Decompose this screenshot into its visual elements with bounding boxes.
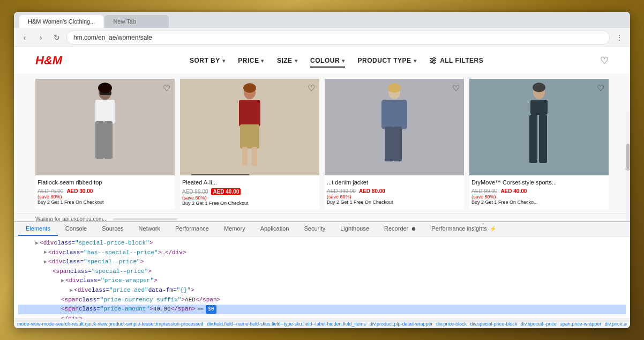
all-filters-button[interactable]: ALL FILTERS [424, 54, 489, 68]
url-bar[interactable]: hm.com/en_ae/women/sale [66, 31, 610, 45]
website-area: H&M SORT BY ▾ PRICE ▾ SIZE ▾ C [14, 47, 630, 221]
back-button[interactable]: ‹ [18, 31, 31, 44]
product-3-buy: Buy 2 Get 1 Free On Checkout [327, 199, 462, 205]
product-3-info: ...t denim jacket AED 399.00 AED 80.00 (… [325, 175, 464, 208]
extensions-button[interactable]: ⋮ [613, 31, 626, 44]
status-bar: Waiting for api.exponea.com... [14, 213, 630, 221]
svg-rect-27 [539, 115, 547, 163]
svg-rect-17 [252, 147, 257, 166]
wishlist-heart-button[interactable]: ♡ [600, 55, 609, 66]
breadcrumb-3[interactable]: div.product.plp-detail-wrapper [370, 321, 433, 327]
size-button[interactable]: SIZE ▾ [272, 54, 303, 68]
devtools-tab-recorder[interactable]: Recorder ⏺ [377, 222, 424, 236]
tab-label-2: New Tab [113, 18, 136, 25]
expand-arrow-3[interactable]: ▶ [44, 258, 47, 267]
product-1-wishlist-button[interactable]: ♡ [163, 83, 170, 93]
product-2-price-row: AED 99.00 AED 40.00 [182, 188, 317, 195]
devtools-tab-console[interactable]: Console [58, 222, 94, 236]
breadcrumb-path: mode-view-mode-search-result.quick-view.… [17, 321, 627, 327]
active-tab[interactable]: H&M Women's Clothing... [19, 15, 103, 28]
devtools-tab-performance[interactable]: Performance [168, 222, 216, 236]
browser-window: H&M Women's Clothing... New Tab ‹ › ↻ hm… [14, 12, 630, 328]
breadcrumb-2[interactable]: div.field.field--name-field-skus.field--… [207, 321, 366, 327]
expand-arrow-6[interactable]: ▶ [70, 286, 73, 295]
svg-point-5 [433, 62, 435, 64]
svg-point-13 [243, 83, 256, 93]
product-figure-3 [373, 80, 416, 174]
svg-point-24 [533, 83, 545, 92]
product-2-info: Pleated A-li... AED 99.00 AED 40.00 (sav… [180, 175, 319, 209]
product-3-save: (save 60%) [327, 194, 462, 199]
svg-rect-16 [242, 147, 248, 166]
expand-arrow-2[interactable]: ▶ [44, 248, 47, 257]
product-card-2[interactable]: div.price.aed 66.75 × 19 ♡ Pleated A-li.… [180, 79, 319, 209]
expand-arrow-5[interactable]: ▶ [61, 277, 64, 285]
product-3-wishlist-button[interactable]: ♡ [452, 83, 460, 93]
browser-content: H&M SORT BY ▾ PRICE ▾ SIZE ▾ C [14, 47, 630, 328]
breadcrumb-7[interactable]: span.price-wrapper [560, 321, 601, 327]
product-4-original-price: AED 99.00 [471, 188, 497, 194]
colour-button[interactable]: COLOUR ▾ [305, 54, 350, 68]
devtools-tab-network[interactable]: Network [131, 222, 168, 236]
product-1-info: Flatlock-seam ribbed top AED 75.00 AED 3… [35, 175, 175, 208]
svg-rect-20 [381, 100, 407, 129]
code-line-8-selected[interactable]: <span class= "price-amount" > 40.00 </sp… [18, 305, 626, 314]
devtools-tab-sources[interactable]: Sources [94, 222, 131, 236]
svg-point-3 [433, 57, 435, 60]
dollar-zero-badge: $0 [206, 305, 216, 314]
devtools-panel: Elements Console Sources Network Perform… [14, 221, 630, 328]
divider-1 [625, 168, 630, 168]
code-line-3: ▶ <div class= "special--price" > [18, 257, 626, 267]
devtools-tab-security[interactable]: Security [296, 222, 333, 236]
colour-active-indicator [310, 66, 345, 68]
breadcrumb-8[interactable]: div.price.aed [605, 321, 627, 327]
code-line-4: <span class= "special--price" > [18, 267, 626, 277]
hm-logo: H&M [35, 54, 62, 68]
sort-by-button[interactable]: SORT BY ▾ [184, 54, 230, 68]
product-4-price-row: AED 99.00 AED 40.00 [471, 188, 606, 194]
product-2-save: (save 60%) [182, 195, 317, 201]
product-card-4[interactable]: ♡ DryMove™ Corset-style sports... AED 99… [469, 79, 609, 209]
devtools-tab-elements[interactable]: Elements [18, 222, 58, 236]
product-1-price-row: AED 75.00 AED 30.00 [38, 188, 173, 194]
product-1-sale-price: AED 30.00 [66, 188, 93, 194]
product-2-wishlist-button[interactable]: ♡ [308, 83, 315, 93]
devtools-tab-memory[interactable]: Memory [216, 222, 253, 236]
price-chevron: ▾ [261, 58, 264, 64]
product-3-name: ...t denim jacket [327, 179, 462, 186]
price-button[interactable]: PRICE ▾ [233, 54, 269, 68]
products-grid: ♡ Flatlock-seam ribbed top AED 75.00 AED… [35, 79, 609, 209]
loading-progress-bar [113, 218, 177, 220]
colour-label: COLOUR [310, 57, 340, 64]
price-tooltip: div.price.aed 66.75 × 19 [191, 174, 250, 175]
product-type-button[interactable]: PRODUCT TYPE ▾ [353, 54, 422, 68]
product-1-original-price: AED 75.00 [38, 188, 63, 194]
product-figure-4 [518, 80, 560, 174]
svg-point-19 [388, 83, 401, 93]
browser-tabs-bar: H&M Women's Clothing... New Tab [14, 12, 630, 28]
reload-button[interactable]: ↻ [50, 31, 63, 44]
devtools-tab-performance-insights[interactable]: Performance insights ⚡ [424, 222, 503, 236]
breadcrumb-5[interactable]: div.special-price-block [470, 321, 517, 327]
breadcrumb-1[interactable]: mode-view-mode-search-result.quick-view.… [17, 321, 204, 327]
code-line-1: ▶ <div class= "special-price-block" > [18, 239, 626, 248]
svg-rect-7 [95, 100, 115, 124]
product-4-wishlist-button[interactable]: ♡ [597, 83, 604, 93]
website-scrollbar[interactable] [626, 112, 630, 221]
scrollbar-thumb[interactable] [626, 144, 630, 171]
forward-button[interactable]: › [34, 31, 47, 44]
breadcrumb-6[interactable]: div.special--price [521, 321, 557, 327]
expand-arrow-1[interactable]: ▶ [35, 239, 39, 248]
product-4-buy: Buy 2 Get 1 Free On Checko... [471, 199, 606, 205]
devtools-tab-application[interactable]: Application [253, 222, 297, 236]
breadcrumb-4[interactable]: div.price-block [436, 321, 467, 327]
devtools-tab-lighthouse[interactable]: Lighthouse [333, 222, 377, 236]
devtools-tabs-bar: Elements Console Sources Network Perform… [14, 222, 630, 236]
product-card-3[interactable]: ♡ ...t denim jacket AED 399.00 AED 80.00… [325, 79, 464, 209]
filter-nav: SORT BY ▾ PRICE ▾ SIZE ▾ COLOUR ▾ [84, 54, 589, 68]
all-filters-label: ALL FILTERS [440, 57, 483, 64]
inactive-tab[interactable]: New Tab [104, 15, 169, 28]
product-2-name: Pleated A-li... [182, 179, 317, 186]
svg-rect-26 [529, 115, 537, 163]
product-card-1[interactable]: ♡ Flatlock-seam ribbed top AED 75.00 AED… [35, 79, 175, 209]
